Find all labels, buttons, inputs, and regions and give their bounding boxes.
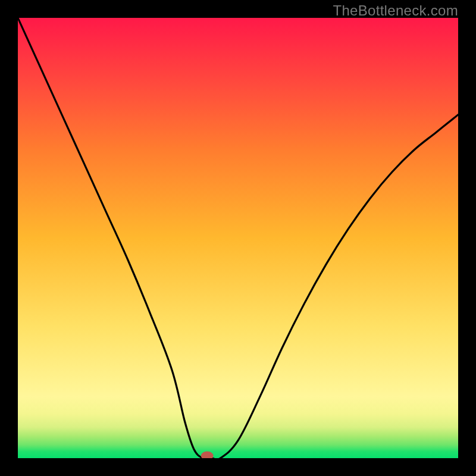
gradient-background (18, 18, 458, 458)
optimum-marker (201, 452, 213, 458)
bottleneck-chart (18, 18, 458, 458)
chart-frame: TheBottleneck.com (0, 0, 476, 476)
plot-area (18, 18, 458, 458)
watermark-text: TheBottleneck.com (333, 2, 458, 19)
